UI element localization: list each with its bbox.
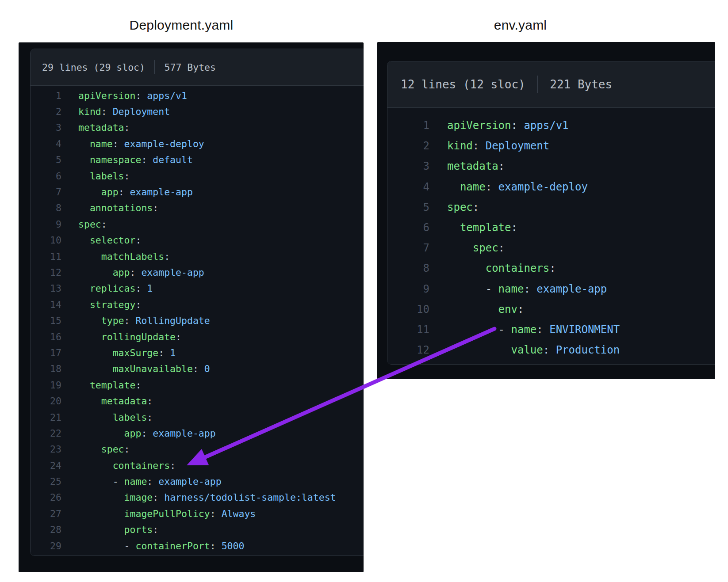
- code-line: 23 spec:: [31, 441, 364, 457]
- line-number: 19: [31, 380, 61, 391]
- line-number: 12: [31, 267, 61, 278]
- env-yaml-panel: 12 lines (12 sloc) 221 Bytes 1apiVersion…: [377, 42, 715, 379]
- code-line: 8 containers:: [387, 258, 715, 278]
- code-line: 11 - name: ENVIRONMENT: [387, 320, 715, 340]
- code-text: ports:: [78, 524, 158, 535]
- line-number: 14: [31, 299, 61, 310]
- code-text: apiVersion: apps/v1: [447, 119, 569, 132]
- line-number: 27: [31, 508, 61, 519]
- code-line: 25 - name: example-app: [31, 473, 364, 489]
- line-number: 15: [31, 315, 61, 326]
- line-number: 20: [31, 396, 61, 407]
- code-line: 16 rollingUpdate:: [31, 329, 364, 345]
- line-number: 3: [387, 160, 429, 172]
- code-line: 10 selector:: [31, 232, 364, 248]
- code-text: rollingUpdate:: [78, 331, 181, 342]
- code-text: spec:: [78, 444, 130, 455]
- line-number: 2: [31, 106, 61, 117]
- deployment-code-area: 1apiVersion: apps/v12kind: Deployment3me…: [31, 86, 364, 555]
- code-text: app: example-app: [78, 267, 204, 278]
- code-line: 20 metadata:: [31, 393, 364, 409]
- code-text: maxUnavailable: 0: [78, 363, 210, 374]
- env-lines-count: 12 lines (12 sloc): [401, 78, 525, 91]
- code-text: app: example-app: [78, 186, 193, 198]
- code-line: 4 name: example-deploy: [31, 136, 364, 152]
- line-number: 7: [31, 186, 61, 198]
- line-number: 17: [31, 347, 61, 358]
- line-number: 16: [31, 331, 61, 342]
- line-number: 13: [31, 283, 61, 294]
- code-text: metadata:: [78, 122, 130, 133]
- line-number: 21: [31, 412, 61, 423]
- line-number: 9: [387, 283, 429, 295]
- deployment-yaml-panel: 29 lines (29 sloc) 577 Bytes 1apiVersion…: [19, 42, 364, 572]
- code-text: spec:: [447, 201, 479, 213]
- env-file-size: 221 Bytes: [550, 78, 612, 91]
- env-code-area: 1apiVersion: apps/v12kind: Deployment3me…: [387, 108, 715, 364]
- line-number: 1: [31, 90, 61, 101]
- line-number: 8: [31, 202, 61, 213]
- code-text: annotations:: [78, 202, 158, 213]
- code-text: containers:: [78, 460, 176, 471]
- line-number: 6: [31, 171, 61, 182]
- line-number: 7: [387, 242, 429, 254]
- code-line: 5spec:: [387, 197, 715, 217]
- line-number: 5: [387, 201, 429, 213]
- code-line: 1apiVersion: apps/v1: [387, 115, 715, 136]
- code-text: template:: [78, 380, 141, 391]
- code-text: - containerPort: 5000: [78, 540, 244, 552]
- code-line: 1apiVersion: apps/v1: [31, 87, 364, 103]
- code-text: kind: Deployment: [447, 140, 549, 152]
- deployment-file-card: 29 lines (29 sloc) 577 Bytes 1apiVersion…: [30, 49, 364, 556]
- code-text: namespace: default: [78, 154, 193, 165]
- code-line: 8 annotations:: [31, 200, 364, 216]
- env-file-title: env.yaml: [377, 18, 663, 33]
- code-line: 9spec:: [31, 216, 364, 232]
- code-line: 17 maxSurge: 1: [31, 345, 364, 361]
- code-line: 21 labels:: [31, 409, 364, 425]
- line-number: 4: [387, 181, 429, 193]
- line-number: 10: [387, 303, 429, 316]
- code-text: apiVersion: apps/v1: [78, 90, 187, 101]
- code-line: 10 env:: [387, 299, 715, 320]
- code-line: 2kind: Deployment: [31, 103, 364, 119]
- code-text: app: example-app: [78, 428, 216, 439]
- code-line: 11 matchLabels:: [31, 248, 364, 264]
- line-number: 29: [31, 540, 61, 552]
- line-number: 10: [31, 235, 61, 246]
- code-line: 13 replicas: 1: [31, 281, 364, 297]
- code-line: 5 namespace: default: [31, 152, 364, 168]
- code-text: type: RollingUpdate: [78, 315, 210, 326]
- code-text: selector:: [78, 235, 141, 246]
- deployment-lines-count: 29 lines (29 sloc): [42, 62, 145, 73]
- code-text: - name: example-app: [447, 283, 607, 295]
- line-number: 11: [387, 323, 429, 336]
- line-number: 25: [31, 476, 61, 487]
- code-text: metadata:: [447, 160, 505, 172]
- deployment-file-title: Deployment.yaml: [19, 18, 344, 33]
- code-text: env:: [447, 303, 524, 316]
- line-number: 8: [387, 262, 429, 274]
- code-line: 7 app: example-app: [31, 184, 364, 200]
- line-number: 1: [387, 119, 429, 132]
- code-text: containers:: [447, 262, 556, 274]
- line-number: 5: [31, 154, 61, 165]
- line-number: 6: [387, 221, 429, 234]
- code-line: 29 - containerPort: 5000: [31, 538, 364, 554]
- code-text: metadata:: [78, 396, 153, 407]
- line-number: 18: [31, 363, 61, 374]
- line-number: 9: [31, 219, 61, 230]
- code-text: name: example-deploy: [447, 181, 588, 193]
- env-file-card: 12 lines (12 sloc) 221 Bytes 1apiVersion…: [387, 61, 715, 365]
- line-number: 28: [31, 524, 61, 535]
- code-line: 14 strategy:: [31, 297, 364, 312]
- line-number: 3: [31, 122, 61, 133]
- code-text: value: Production: [447, 344, 620, 356]
- code-text: labels:: [78, 412, 153, 423]
- code-line: 12 value: Production: [387, 340, 715, 360]
- code-line: 3metadata:: [387, 156, 715, 176]
- code-line: 26 image: harness/todolist-sample:latest: [31, 490, 364, 506]
- deployment-file-meta-header: 29 lines (29 sloc) 577 Bytes: [31, 49, 364, 86]
- code-line: 19 template:: [31, 377, 364, 393]
- line-number: 4: [31, 138, 61, 149]
